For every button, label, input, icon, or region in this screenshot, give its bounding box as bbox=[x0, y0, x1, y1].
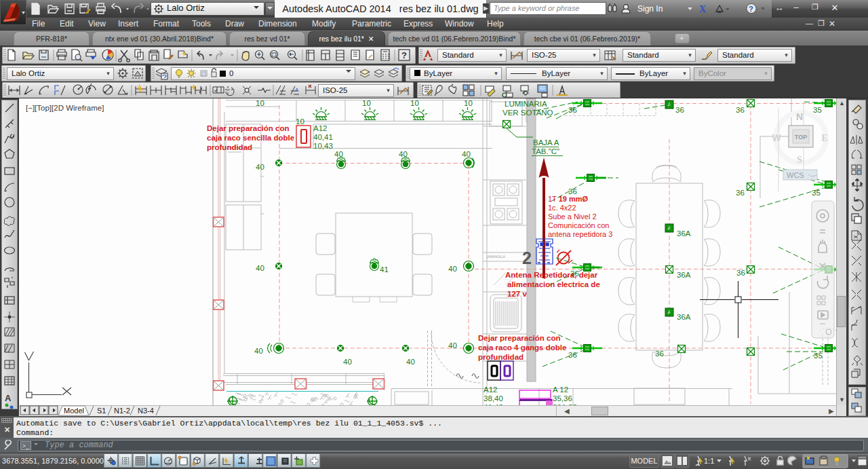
svg-text:A: A bbox=[295, 87, 299, 93]
svg-text:Dejar preparación con: Dejar preparación con bbox=[207, 124, 289, 132]
svg-text:10: 10 bbox=[410, 99, 419, 107]
svg-text:40: 40 bbox=[406, 358, 415, 366]
svg-text:36: 36 bbox=[655, 350, 664, 358]
svg-text:2: 2 bbox=[522, 248, 532, 267]
svg-text:35: 35 bbox=[814, 352, 823, 360]
svg-text:40: 40 bbox=[343, 358, 352, 366]
svg-text:40: 40 bbox=[448, 341, 457, 350]
svg-text:41: 41 bbox=[380, 265, 389, 274]
svg-text:40,41: 40,41 bbox=[313, 133, 333, 141]
svg-text:40: 40 bbox=[462, 150, 471, 158]
svg-text:40: 40 bbox=[256, 163, 264, 171]
svg-text:[−][Top][2D Wireframe]: [−][Top][2D Wireframe] bbox=[26, 104, 104, 112]
svg-text:TOP: TOP bbox=[795, 134, 807, 140]
svg-text:10: 10 bbox=[296, 117, 304, 126]
svg-text:antena repetidora 3: antena repetidora 3 bbox=[548, 230, 612, 238]
svg-text:40: 40 bbox=[256, 264, 264, 272]
svg-text:E: E bbox=[821, 133, 827, 143]
svg-text:36: 36 bbox=[568, 351, 577, 359]
svg-text:36: 36 bbox=[675, 106, 684, 114]
svg-text:36: 36 bbox=[736, 269, 745, 277]
svg-text:N3-4: N3-4 bbox=[138, 407, 154, 415]
svg-text:Sign In: Sign In bbox=[637, 4, 663, 14]
svg-text:A 12: A 12 bbox=[553, 386, 568, 394]
svg-text:caja raco sencilla doble: caja raco sencilla doble bbox=[207, 134, 294, 142]
svg-text:Antena Repetidora, dejar: Antena Repetidora, dejar bbox=[505, 271, 598, 279]
svg-text:40: 40 bbox=[399, 150, 408, 158]
svg-text:1T 19 mmØ: 1T 19 mmØ bbox=[548, 195, 589, 203]
svg-text:10,43: 10,43 bbox=[313, 142, 333, 150]
svg-text:A12: A12 bbox=[484, 386, 497, 394]
svg-text:?: ? bbox=[401, 50, 407, 60]
svg-text:40: 40 bbox=[334, 150, 343, 158]
svg-text:36: 36 bbox=[736, 106, 745, 114]
svg-text:35: 35 bbox=[813, 106, 822, 114]
svg-text:127 v: 127 v bbox=[507, 290, 527, 298]
svg-text:W: W bbox=[772, 132, 781, 143]
svg-text:0: 0 bbox=[229, 69, 233, 77]
svg-text:X: X bbox=[699, 4, 706, 14]
svg-text:LAVAVAJILLA: LAVAVAJILLA bbox=[486, 255, 505, 259]
svg-text:Comunicación con: Comunicación con bbox=[548, 221, 610, 229]
svg-text:S1: S1 bbox=[97, 407, 106, 415]
svg-text:S: S bbox=[797, 155, 802, 165]
svg-text:10: 10 bbox=[464, 99, 473, 107]
svg-text:WCS: WCS bbox=[787, 171, 804, 179]
svg-text:A: A bbox=[5, 393, 12, 403]
svg-text:1c. 4x22: 1c. 4x22 bbox=[548, 204, 576, 212]
svg-text:N: N bbox=[796, 111, 803, 122]
svg-text:LUMINARIA: LUMINARIA bbox=[505, 100, 547, 108]
svg-text:36: 36 bbox=[568, 106, 577, 114]
svg-text:10: 10 bbox=[256, 99, 264, 107]
svg-text:caja raco 4 gangs doble: caja raco 4 gangs doble bbox=[478, 343, 566, 352]
svg-text:40: 40 bbox=[448, 265, 457, 273]
svg-text:VER SOTANO: VER SOTANO bbox=[502, 109, 553, 117]
svg-text:A12: A12 bbox=[313, 124, 327, 132]
svg-text:TAB."C": TAB."C" bbox=[532, 147, 559, 155]
svg-text:36A: 36A bbox=[677, 271, 691, 279]
svg-text:40: 40 bbox=[254, 347, 263, 355]
svg-text:35,36: 35,36 bbox=[553, 394, 572, 402]
svg-text:?: ? bbox=[749, 5, 753, 13]
svg-text:N1-2: N1-2 bbox=[114, 407, 130, 415]
svg-text:profundidad: profundidad bbox=[207, 143, 252, 151]
svg-text:36A: 36A bbox=[677, 229, 691, 238]
svg-text:alimentacion electrica de: alimentacion electrica de bbox=[507, 280, 600, 288]
svg-text:10: 10 bbox=[362, 99, 371, 107]
svg-text:1:1: 1:1 bbox=[704, 457, 714, 465]
svg-text:Model: Model bbox=[64, 407, 84, 415]
svg-text:BAJA A: BAJA A bbox=[533, 138, 559, 147]
svg-text:36: 36 bbox=[736, 189, 745, 197]
svg-text:38,40: 38,40 bbox=[484, 394, 503, 402]
svg-text:35: 35 bbox=[812, 189, 821, 197]
svg-text:36A: 36A bbox=[677, 313, 691, 321]
svg-text:profundidad: profundidad bbox=[478, 353, 524, 361]
svg-text:Sube a Nivel 2: Sube a Nivel 2 bbox=[548, 212, 597, 221]
svg-text:Dejar preparación con: Dejar preparación con bbox=[478, 334, 560, 342]
